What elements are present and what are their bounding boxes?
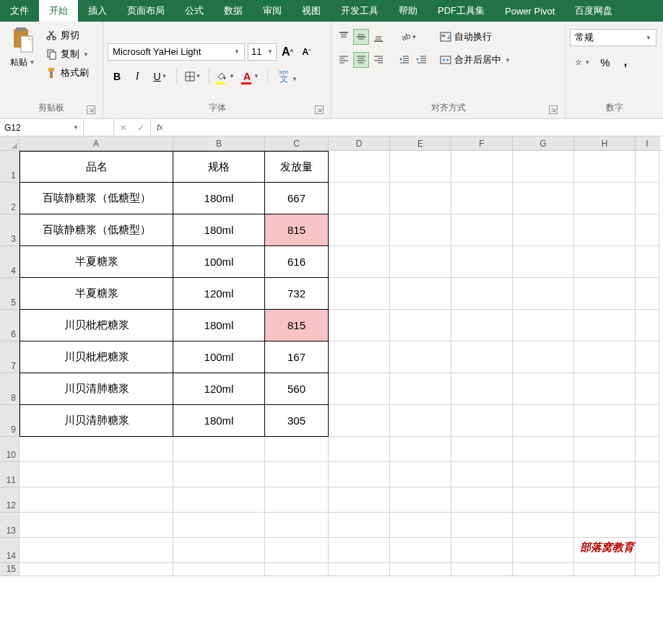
ribbon-tab-8[interactable]: 开发工具 bbox=[331, 0, 389, 22]
col-header-C[interactable]: C bbox=[265, 136, 329, 150]
row-header-1[interactable]: 1 bbox=[0, 151, 20, 183]
ribbon-tab-1[interactable]: 开始 bbox=[39, 0, 78, 22]
row-header-13[interactable]: 13 bbox=[0, 513, 20, 538]
align-left-button[interactable] bbox=[336, 52, 352, 68]
cell-10-H[interactable] bbox=[574, 437, 636, 462]
row-header-15[interactable]: 15 bbox=[0, 563, 20, 576]
cell-15-D[interactable] bbox=[329, 563, 390, 576]
cell-11-H[interactable] bbox=[574, 462, 636, 487]
cell-13-E[interactable] bbox=[390, 513, 451, 538]
cell-15-G[interactable] bbox=[513, 563, 574, 576]
cell-2-G[interactable] bbox=[513, 183, 574, 214]
cell-4-G[interactable] bbox=[513, 246, 574, 278]
cell-10-F[interactable] bbox=[451, 437, 513, 462]
ribbon-tab-12[interactable]: 百度网盘 bbox=[565, 0, 623, 22]
cell-14-G[interactable] bbox=[513, 538, 574, 563]
cell-14-D[interactable] bbox=[329, 538, 390, 563]
cell-4-C[interactable]: 616 bbox=[265, 246, 329, 278]
cell-5-H[interactable] bbox=[574, 278, 636, 310]
decrease-font-button[interactable]: Aˇ bbox=[298, 44, 314, 60]
cell-12-D[interactable] bbox=[329, 487, 390, 513]
ribbon-tab-7[interactable]: 视图 bbox=[292, 0, 331, 22]
cell-9-I[interactable] bbox=[636, 405, 659, 437]
cell-15-B[interactable] bbox=[173, 563, 265, 576]
cell-15-H[interactable] bbox=[574, 563, 636, 576]
font-launcher[interactable]: ⇲ bbox=[315, 105, 324, 114]
cell-8-G[interactable] bbox=[513, 373, 574, 405]
cell-8-H[interactable] bbox=[574, 373, 636, 405]
increase-indent-button[interactable] bbox=[414, 52, 430, 68]
cell-15-E[interactable] bbox=[390, 563, 451, 576]
increase-font-button[interactable]: A^ bbox=[280, 44, 295, 60]
row-header-9[interactable]: 9 bbox=[0, 405, 20, 437]
cell-10-E[interactable] bbox=[390, 437, 451, 462]
cell-11-A[interactable] bbox=[20, 462, 173, 487]
cell-6-B[interactable]: 180ml bbox=[173, 310, 265, 341]
row-header-14[interactable]: 14 bbox=[0, 538, 20, 563]
underline-button[interactable]: U▼ bbox=[148, 68, 173, 85]
cell-12-I[interactable] bbox=[636, 487, 659, 513]
ribbon-tab-6[interactable]: 审阅 bbox=[253, 0, 292, 22]
cell-4-B[interactable]: 100ml bbox=[173, 246, 265, 278]
cell-2-I[interactable] bbox=[636, 183, 659, 214]
row-header-3[interactable]: 3 bbox=[0, 214, 20, 246]
col-header-F[interactable]: F bbox=[451, 136, 513, 150]
cell-8-B[interactable]: 120ml bbox=[173, 373, 265, 405]
cell-6-D[interactable] bbox=[329, 310, 390, 341]
cell-12-B[interactable] bbox=[173, 487, 265, 513]
cell-14-A[interactable] bbox=[20, 538, 173, 563]
cell-10-I[interactable] bbox=[636, 437, 659, 462]
cell-3-C[interactable]: 815 bbox=[265, 214, 329, 246]
accounting-format-button[interactable]: ☆▼ bbox=[570, 53, 594, 71]
cut-button[interactable]: 剪切 bbox=[43, 27, 92, 43]
cell-9-E[interactable] bbox=[390, 405, 451, 437]
select-all-button[interactable] bbox=[0, 136, 20, 150]
ribbon-tab-5[interactable]: 数据 bbox=[214, 0, 253, 22]
cell-12-H[interactable] bbox=[574, 487, 636, 513]
cell-1-I[interactable] bbox=[636, 151, 659, 183]
cell-8-D[interactable] bbox=[329, 373, 390, 405]
cell-9-G[interactable] bbox=[513, 405, 574, 437]
align-top-button[interactable] bbox=[336, 29, 352, 45]
cell-7-H[interactable] bbox=[574, 341, 636, 373]
cell-1-A[interactable]: 品名 bbox=[20, 151, 173, 183]
align-center-button[interactable] bbox=[353, 52, 369, 68]
cell-8-C[interactable]: 560 bbox=[265, 373, 329, 405]
wrap-text-button[interactable]: ab 自动换行 bbox=[437, 29, 514, 45]
cell-6-G[interactable] bbox=[513, 310, 574, 341]
cell-13-A[interactable] bbox=[20, 513, 173, 538]
cell-5-E[interactable] bbox=[390, 278, 451, 310]
cell-14-B[interactable] bbox=[173, 538, 265, 563]
ribbon-tab-11[interactable]: Power Pivot bbox=[495, 0, 565, 22]
cell-2-A[interactable]: 百咳静糖浆（低糖型） bbox=[20, 183, 173, 214]
cell-2-B[interactable]: 180ml bbox=[173, 183, 265, 214]
ribbon-tab-3[interactable]: 页面布局 bbox=[117, 0, 175, 22]
cell-5-D[interactable] bbox=[329, 278, 390, 310]
cell-10-B[interactable] bbox=[173, 437, 265, 462]
cell-1-H[interactable] bbox=[574, 151, 636, 183]
row-header-11[interactable]: 11 bbox=[0, 462, 20, 487]
cell-1-E[interactable] bbox=[390, 151, 451, 183]
cell-3-B[interactable]: 180ml bbox=[173, 214, 265, 246]
cell-13-D[interactable] bbox=[329, 513, 390, 538]
cell-8-E[interactable] bbox=[390, 373, 451, 405]
cell-4-A[interactable]: 半夏糖浆 bbox=[20, 246, 173, 278]
cell-9-C[interactable]: 305 bbox=[265, 405, 329, 437]
cell-5-C[interactable]: 732 bbox=[265, 278, 329, 310]
ribbon-tab-4[interactable]: 公式 bbox=[175, 0, 214, 22]
cell-7-D[interactable] bbox=[329, 341, 390, 373]
cell-15-I[interactable] bbox=[636, 563, 659, 576]
cell-5-F[interactable] bbox=[451, 278, 513, 310]
merge-center-button[interactable]: 合并后居中▼ bbox=[437, 52, 514, 68]
cell-3-D[interactable] bbox=[329, 214, 390, 246]
cell-3-A[interactable]: 百咳静糖浆（低糖型） bbox=[20, 214, 173, 246]
row-header-10[interactable]: 10 bbox=[0, 437, 20, 462]
name-box[interactable]: G12▼ bbox=[0, 119, 84, 136]
fx-label[interactable]: fx bbox=[151, 119, 168, 136]
col-header-B[interactable]: B bbox=[173, 136, 265, 150]
cell-4-I[interactable] bbox=[636, 246, 659, 278]
cell-8-A[interactable]: 川贝清肺糖浆 bbox=[20, 373, 173, 405]
cell-9-A[interactable]: 川贝清肺糖浆 bbox=[20, 405, 173, 437]
phonetic-button[interactable]: wén文▼ bbox=[272, 68, 296, 85]
font-family-select[interactable]: Microsoft YaHei Light▼ bbox=[108, 43, 245, 61]
